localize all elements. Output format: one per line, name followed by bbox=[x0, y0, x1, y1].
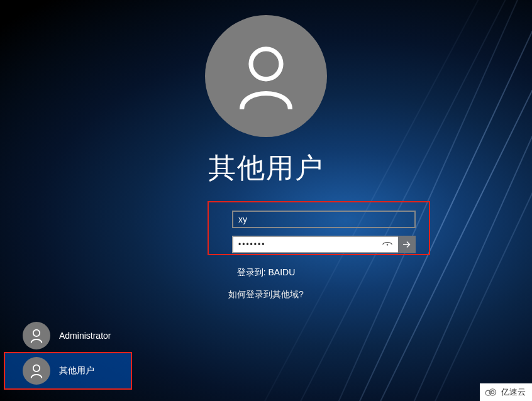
user-item-other-user[interactable]: 其他用户 bbox=[5, 353, 131, 388]
page-title: 其他用户 bbox=[208, 150, 324, 187]
svg-point-0 bbox=[251, 49, 281, 79]
svg-point-7 bbox=[491, 391, 494, 394]
svg-point-1 bbox=[387, 244, 388, 245]
user-item-label: Administrator bbox=[59, 331, 111, 341]
user-item-label: 其他用户 bbox=[59, 365, 94, 376]
arrow-right-icon bbox=[401, 239, 413, 250]
sign-in-to-label: 登录到: BAIDU bbox=[0, 267, 532, 278]
username-input[interactable] bbox=[232, 211, 416, 228]
user-icon bbox=[228, 38, 304, 114]
user-item-administrator[interactable]: Administrator bbox=[5, 318, 131, 353]
avatar bbox=[205, 15, 327, 137]
avatar-small bbox=[23, 357, 50, 385]
submit-button[interactable] bbox=[398, 236, 416, 253]
user-icon bbox=[28, 363, 45, 379]
reveal-password-button[interactable] bbox=[378, 236, 397, 253]
eye-icon bbox=[382, 239, 393, 250]
cloud-icon bbox=[484, 388, 499, 397]
user-icon bbox=[28, 327, 45, 344]
domain-name: BAIDU bbox=[268, 267, 295, 277]
watermark-text: 亿速云 bbox=[501, 387, 526, 398]
watermark: 亿速云 bbox=[480, 383, 532, 401]
other-domain-link[interactable]: 如何登录到其他域? bbox=[0, 289, 532, 300]
password-input[interactable] bbox=[232, 236, 398, 253]
svg-point-3 bbox=[33, 330, 40, 336]
avatar-small bbox=[23, 322, 50, 349]
credentials-highlight-box bbox=[208, 201, 430, 255]
svg-point-4 bbox=[33, 365, 40, 371]
user-switcher-list: Administrator 其他用户 bbox=[5, 318, 131, 388]
